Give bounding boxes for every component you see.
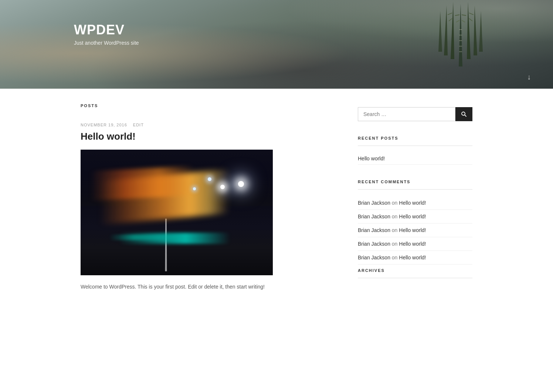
recent-posts-divider <box>358 146 472 146</box>
comment-item: Brian Jackson on Hello world! <box>358 224 472 237</box>
archives-divider <box>358 278 472 278</box>
search-button[interactable] <box>455 107 472 121</box>
comment-author: Brian Jackson <box>358 200 392 206</box>
recent-post-link[interactable]: Hello world! <box>358 156 385 161</box>
post-title-link[interactable]: Hello world! <box>81 131 136 142</box>
comment-on: on <box>392 214 399 219</box>
post-excerpt: Welcome to WordPress. This is your first… <box>81 283 336 292</box>
post-meta: NOVEMBER 19, 2016 EDIT <box>81 123 336 127</box>
content-area: POSTS NOVEMBER 19, 2016 EDIT Hello world… <box>81 103 336 292</box>
comment-on: on <box>392 227 399 233</box>
site-title: WPDEV <box>74 22 553 38</box>
comment-author: Brian Jackson <box>358 255 392 260</box>
comment-author: Brian Jackson <box>358 214 392 219</box>
search-icon <box>461 111 467 117</box>
scroll-down-icon[interactable]: ↓ <box>527 73 531 81</box>
post-date: NOVEMBER 19, 2016 <box>81 123 127 127</box>
recent-comments-list: Brian Jackson on Hello world! Brian Jack… <box>358 196 472 265</box>
post-edit-link[interactable]: EDIT <box>133 123 144 127</box>
recent-posts-title: RECENT POSTS <box>358 136 472 140</box>
archives-widget: ARCHIVES <box>358 268 472 278</box>
comment-on: on <box>392 255 399 260</box>
comment-author: Brian Jackson <box>358 227 392 233</box>
post-article: NOVEMBER 19, 2016 EDIT Hello world! <box>81 123 336 292</box>
recent-post-item: Hello world! <box>358 153 472 165</box>
header-content: WPDEV Just another WordPress site <box>0 0 553 46</box>
search-widget <box>358 107 472 121</box>
site-tagline: Just another WordPress site <box>74 40 553 46</box>
comment-item: Brian Jackson on Hello world! <box>358 237 472 251</box>
recent-comments-title: RECENT COMMENTS <box>358 180 472 184</box>
post-title[interactable]: Hello world! <box>81 131 336 142</box>
comment-item: Brian Jackson on Hello world! <box>358 196 472 210</box>
svg-line-21 <box>465 115 466 116</box>
recent-posts-widget: RECENT POSTS Hello world! <box>358 136 472 165</box>
comment-on: on <box>392 241 399 247</box>
recent-posts-list: Hello world! <box>358 153 472 165</box>
site-main: POSTS NOVEMBER 19, 2016 EDIT Hello world… <box>73 89 480 306</box>
posts-heading: POSTS <box>81 103 336 112</box>
sidebar: RECENT POSTS Hello world! RECENT COMMENT… <box>358 103 472 292</box>
comment-author: Brian Jackson <box>358 241 392 247</box>
comment-item: Brian Jackson on Hello world! <box>358 210 472 224</box>
recent-comments-widget: RECENT COMMENTS Brian Jackson on Hello w… <box>358 180 472 265</box>
comment-item: Brian Jackson on Hello world! <box>358 251 472 265</box>
site-header: WPDEV Just another WordPress site ↓ <box>0 0 553 89</box>
post-featured-image <box>81 150 273 275</box>
search-input[interactable] <box>358 107 455 121</box>
comment-on: on <box>392 200 399 206</box>
recent-comments-divider <box>358 189 472 190</box>
archives-title: ARCHIVES <box>358 268 472 273</box>
